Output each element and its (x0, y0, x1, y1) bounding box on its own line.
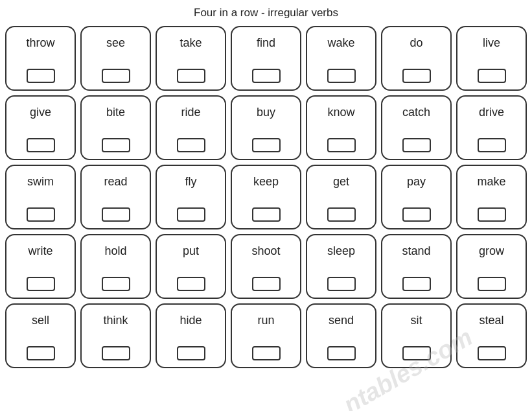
verb-card: throw (5, 26, 76, 91)
verb-card: see (80, 26, 151, 91)
answer-box[interactable] (252, 138, 281, 152)
answer-box[interactable] (102, 277, 130, 291)
answer-box[interactable] (478, 346, 506, 360)
answer-box[interactable] (177, 277, 205, 291)
answer-box[interactable] (252, 69, 281, 83)
answer-box[interactable] (102, 346, 130, 360)
page-title: Four in a row - irregular verbs (194, 6, 338, 19)
answer-box[interactable] (327, 277, 356, 291)
verb-card: send (306, 303, 376, 368)
verb-word: see (106, 36, 125, 50)
answer-box[interactable] (177, 346, 205, 360)
answer-box[interactable] (252, 277, 281, 291)
verb-word: wake (327, 36, 354, 50)
verb-card: fly (156, 165, 226, 229)
verb-card: make (456, 165, 527, 229)
verb-word: write (28, 244, 52, 258)
answer-box[interactable] (177, 138, 205, 152)
answer-box[interactable] (327, 69, 356, 83)
answer-box[interactable] (252, 346, 281, 360)
verb-word: get (333, 175, 349, 189)
verb-card: stand (381, 234, 452, 299)
answer-box[interactable] (402, 69, 431, 83)
verb-card: keep (231, 165, 301, 229)
verb-card: sleep (306, 234, 376, 299)
answer-box[interactable] (177, 69, 205, 83)
answer-box[interactable] (327, 207, 356, 222)
verb-word: bite (106, 106, 125, 119)
answer-box[interactable] (402, 138, 431, 152)
verb-card: grow (456, 234, 527, 299)
verb-word: hide (179, 314, 202, 327)
verb-card: hold (80, 234, 151, 299)
verb-word: put (183, 244, 199, 258)
verb-card: do (381, 26, 452, 91)
answer-box[interactable] (27, 69, 55, 83)
verb-word: buy (257, 106, 275, 119)
verb-word: take (179, 36, 202, 50)
verb-word: stand (402, 244, 430, 258)
verb-word: steal (479, 314, 503, 327)
verb-word: keep (253, 175, 279, 189)
verb-card: drive (456, 95, 527, 160)
verb-card: put (156, 234, 226, 299)
answer-box[interactable] (478, 69, 506, 83)
verb-word: make (477, 175, 505, 189)
verb-word: live (483, 36, 500, 50)
answer-box[interactable] (478, 138, 506, 152)
verb-word: drive (479, 106, 504, 119)
answer-box[interactable] (252, 207, 281, 222)
verb-word: run (257, 314, 274, 327)
verb-card: wake (306, 26, 376, 91)
answer-box[interactable] (27, 277, 55, 291)
answer-box[interactable] (102, 69, 130, 83)
verb-word: think (103, 314, 128, 327)
verb-card: take (156, 26, 226, 91)
verb-word: throw (26, 36, 54, 50)
verb-word: grow (479, 244, 504, 258)
verb-card: read (80, 165, 151, 229)
answer-box[interactable] (478, 207, 506, 222)
answer-box[interactable] (478, 277, 506, 291)
verb-word: do (410, 36, 422, 50)
verb-word: sit (411, 314, 422, 327)
verb-card: give (5, 95, 76, 160)
verb-word: know (327, 106, 354, 119)
verb-word: sell (32, 314, 49, 327)
verb-card: swim (5, 165, 76, 229)
verb-word: send (329, 314, 354, 327)
verb-word: pay (407, 175, 426, 189)
verb-card: live (456, 26, 527, 91)
answer-box[interactable] (402, 277, 431, 291)
answer-box[interactable] (27, 346, 55, 360)
verb-card: run (231, 303, 301, 368)
answer-box[interactable] (27, 138, 55, 152)
verb-card: bite (80, 95, 151, 160)
verb-card: find (231, 26, 301, 91)
verb-word: fly (185, 175, 197, 189)
answer-box[interactable] (102, 207, 130, 222)
answer-box[interactable] (177, 207, 205, 222)
verb-grid: throwseetakefindwakedolivegivebiteridebu… (5, 26, 527, 368)
verb-card: ride (156, 95, 226, 160)
verb-card: pay (381, 165, 452, 229)
verb-word: shoot (251, 244, 280, 258)
verb-card: sell (5, 303, 76, 368)
verb-word: hold (104, 244, 126, 258)
verb-word: ride (181, 106, 200, 119)
verb-card: get (306, 165, 376, 229)
verb-word: catch (402, 106, 430, 119)
verb-card: steal (456, 303, 527, 368)
answer-box[interactable] (327, 346, 356, 360)
answer-box[interactable] (327, 138, 356, 152)
answer-box[interactable] (102, 138, 130, 152)
answer-box[interactable] (402, 207, 431, 222)
verb-card: hide (156, 303, 226, 368)
verb-word: sleep (327, 244, 355, 258)
verb-word: read (104, 175, 127, 189)
answer-box[interactable] (27, 207, 55, 222)
verb-word: swim (27, 175, 54, 189)
verb-card: know (306, 95, 376, 160)
answer-box[interactable] (402, 346, 431, 360)
verb-card: sit (381, 303, 452, 368)
